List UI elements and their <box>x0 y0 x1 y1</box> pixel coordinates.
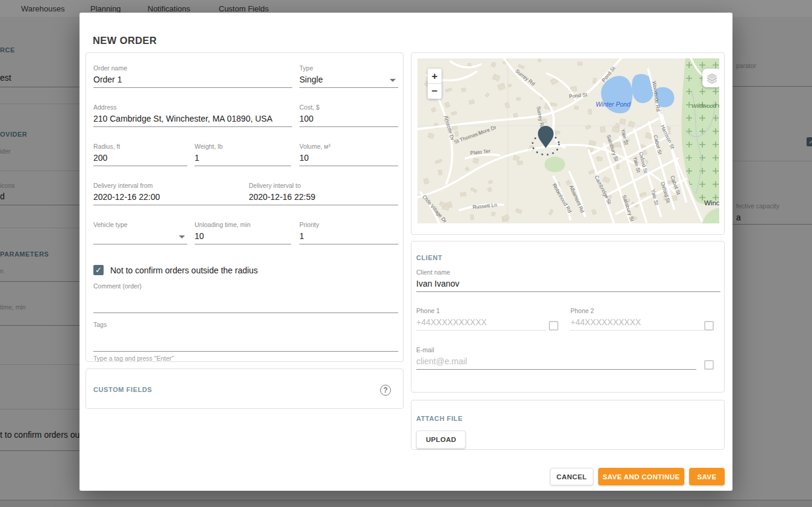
svg-text:Winch: Winch <box>704 199 719 207</box>
phone1-input[interactable] <box>416 316 546 331</box>
phone2-label: Phone 2 <box>570 307 704 314</box>
phone2-checkbox[interactable] <box>704 321 714 331</box>
chevron-down-icon[interactable] <box>179 235 185 238</box>
comment-input[interactable] <box>93 291 398 313</box>
address-field-wrap: Address <box>93 104 292 127</box>
radius-field-wrap: Radius, ft <box>93 143 187 166</box>
email-label: E-mail <box>416 346 696 353</box>
delivery-to-label: Delivery interval to <box>249 182 398 189</box>
vehicle-type-select[interactable] <box>93 230 187 244</box>
cost-field-wrap: Cost, $ <box>299 104 398 127</box>
svg-text:Wildwood C: Wildwood C <box>692 102 719 109</box>
svg-text:Winter Pond: Winter Pond <box>596 101 631 108</box>
custom-fields-card: CUSTOM FIELDS ? <box>86 369 404 409</box>
comment-label: Comment (order) <box>93 282 398 290</box>
custom-fields-header: CUSTOM FIELDS <box>93 386 152 393</box>
delivery-to-field-wrap: Delivery interval to <box>249 182 398 205</box>
save-button[interactable]: SAVE <box>689 468 725 485</box>
weight-label: Weight, lb <box>195 143 291 150</box>
tags-hint: Type a tag and press "Enter" <box>93 355 398 362</box>
type-select-wrap: Type <box>299 64 398 88</box>
tags-input[interactable] <box>93 330 398 352</box>
radius-label: Radius, ft <box>93 143 187 150</box>
cost-input[interactable] <box>299 113 398 127</box>
delivery-from-input[interactable] <box>93 191 250 205</box>
client-name-field-wrap: Client name <box>416 269 720 292</box>
map-svg: Surrey Rd Surrey Rd Pond St Pond St Wint… <box>417 58 719 223</box>
email-input[interactable] <box>416 355 696 370</box>
order-form-card: Order name Type Address Cost, $ Radius, … <box>86 52 404 362</box>
weight-input[interactable] <box>195 152 291 166</box>
map-canvas[interactable]: Surrey Rd Surrey Rd Pond St Pond St Wint… <box>417 58 719 223</box>
phone1-label: Phone 1 <box>416 307 546 314</box>
dialog-title: NEW ORDER <box>93 35 157 46</box>
cost-label: Cost, $ <box>299 104 398 111</box>
radius-checkbox-row: ✓ Not to confirm orders outside the radi… <box>93 265 258 275</box>
radius-input[interactable] <box>93 152 187 166</box>
layers-button[interactable] <box>702 69 719 87</box>
cancel-button[interactable]: CANCEL <box>550 468 593 485</box>
weight-field-wrap: Weight, lb <box>195 143 291 166</box>
vehicle-type-select-wrap: Vehicle type <box>93 221 187 244</box>
delivery-from-label: Delivery interval from <box>93 182 250 189</box>
order-name-field-wrap: Order name <box>93 64 292 88</box>
vehicle-type-label: Vehicle type <box>93 221 187 228</box>
attach-file-header: ATTACH FILE <box>416 415 463 422</box>
upload-button[interactable]: UPLOAD <box>416 431 466 449</box>
zoom-out-button[interactable]: − <box>428 84 442 99</box>
phone2-field-wrap: Phone 2 <box>570 307 704 331</box>
unloading-time-label: Unloading time, min <box>195 221 291 228</box>
phone2-input[interactable] <box>570 316 704 331</box>
client-header: CLIENT <box>416 254 442 261</box>
save-and-continue-button[interactable]: SAVE AND CONTINUE <box>598 468 684 485</box>
order-name-label: Order name <box>93 64 292 72</box>
delivery-from-field-wrap: Delivery interval from <box>93 182 250 205</box>
delivery-to-input[interactable] <box>249 191 398 205</box>
unloading-time-input[interactable] <box>195 230 291 244</box>
type-label: Type <box>299 64 398 72</box>
tags-label: Tags <box>93 321 398 328</box>
type-select[interactable] <box>299 73 398 88</box>
radius-checkbox-label: Not to confirm orders outside the radius <box>110 266 258 275</box>
email-checkbox[interactable] <box>704 360 714 370</box>
tags-field-wrap: Tags Type a tag and press "Enter" <box>93 321 398 362</box>
email-field-wrap: E-mail <box>416 346 696 370</box>
client-name-input[interactable] <box>416 278 720 292</box>
new-order-dialog: NEW ORDER Order name Type Address Cost, … <box>80 13 732 491</box>
volume-label: Volume, м³ <box>299 143 398 150</box>
client-card: CLIENT Client name Phone 1 Phone 2 E-mai… <box>411 241 725 393</box>
volume-field-wrap: Volume, м³ <box>299 143 398 166</box>
address-label: Address <box>93 104 292 111</box>
comment-field-wrap: Comment (order) <box>93 282 398 313</box>
priority-label: Priority <box>299 221 398 228</box>
client-name-label: Client name <box>416 269 720 276</box>
help-icon[interactable]: ? <box>380 385 391 396</box>
attach-file-card: ATTACH FILE UPLOAD <box>411 400 725 450</box>
map-card: Surrey Rd Surrey Rd Pond St Pond St Wint… <box>411 52 725 235</box>
phone1-field-wrap: Phone 1 <box>416 307 546 331</box>
zoom-in-button[interactable]: + <box>428 69 442 84</box>
priority-field-wrap: Priority <box>299 221 398 244</box>
unloading-time-field-wrap: Unloading time, min <box>195 221 291 244</box>
order-name-input[interactable] <box>93 73 292 88</box>
address-input[interactable] <box>93 113 292 127</box>
chevron-down-icon[interactable] <box>390 79 396 82</box>
layers-icon <box>705 72 719 85</box>
map-zoom-controls: + − <box>428 69 442 99</box>
priority-input[interactable] <box>299 230 398 244</box>
phone1-checkbox[interactable] <box>549 321 558 331</box>
volume-input[interactable] <box>299 152 398 166</box>
radius-checkbox[interactable]: ✓ <box>93 265 104 275</box>
